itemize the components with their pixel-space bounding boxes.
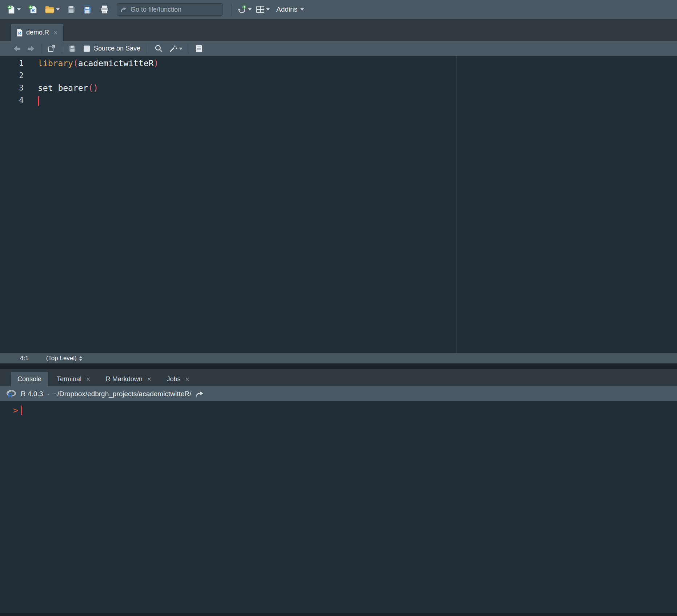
console-header: R R 4.0.3 · ~/Dropbox/edbrgh_projects/ac… (0, 386, 677, 401)
tab-demo-r[interactable]: R demo.R × (11, 24, 63, 41)
goto-arrow-icon (120, 6, 128, 13)
popout-icon (48, 45, 56, 52)
r-file-icon: R (16, 29, 23, 37)
open-directory-arrow-icon[interactable] (195, 391, 204, 397)
chevron-down-icon (56, 8, 60, 11)
console-output[interactable]: > (0, 401, 677, 616)
source-pane: R demo.R × (0, 19, 677, 363)
code-token: library (38, 59, 73, 68)
console-tab-bar: Console Terminal × R Markdown × Jobs × (0, 369, 677, 386)
editor-status-bar: 4:1 (Top Level) (0, 353, 677, 363)
r-version: R 4.0.3 (21, 390, 43, 398)
save-icon (67, 5, 76, 14)
new-file-icon (7, 5, 16, 14)
tab-label: R Markdown (106, 375, 143, 383)
new-project-button[interactable]: R (26, 4, 39, 15)
console-pane: Console Terminal × R Markdown × Jobs × R… (0, 369, 677, 616)
goto-file-input[interactable] (131, 6, 219, 13)
editor-toolbar: Source on Save (0, 41, 677, 56)
chevron-down-icon (17, 8, 21, 11)
line-number: 3 (0, 82, 28, 94)
console-prompt: > (13, 406, 18, 415)
open-new-window-button[interactable] (45, 44, 58, 53)
chevron-down-icon (300, 8, 304, 11)
code-line (38, 69, 677, 82)
code-token: ) (93, 83, 98, 93)
close-icon[interactable]: × (86, 375, 91, 383)
svg-text:R: R (18, 31, 21, 35)
save-icon (68, 45, 76, 53)
console-prompt-line: > (13, 404, 677, 416)
save-button[interactable] (65, 4, 77, 15)
main-toolbar: R (0, 0, 677, 19)
source-on-save-checkbox[interactable] (84, 45, 90, 52)
back-arrow-icon (13, 45, 21, 52)
save-all-icon (83, 5, 92, 14)
tab-jobs[interactable]: Jobs × (160, 372, 196, 386)
code-line: set_bearer() (38, 82, 677, 94)
open-file-button[interactable] (43, 4, 61, 15)
source-on-save-label: Source on Save (94, 45, 140, 52)
open-folder-icon (45, 5, 55, 13)
separator-dot: · (47, 390, 49, 398)
new-file-button[interactable] (5, 4, 23, 15)
tab-r-markdown[interactable]: R Markdown × (99, 372, 158, 386)
text-cursor (38, 96, 39, 106)
tab-label: Terminal (57, 375, 81, 383)
tab-terminal[interactable]: Terminal × (50, 372, 97, 386)
print-button[interactable] (98, 4, 111, 15)
working-directory[interactable]: ~/Dropbox/edbrgh_projects/academictwitte… (53, 390, 192, 398)
margin-guide-line (456, 56, 457, 353)
line-number: 1 (0, 57, 28, 69)
addins-button[interactable]: Addins (272, 4, 306, 15)
close-icon[interactable]: × (185, 375, 190, 383)
chevron-down-icon (179, 48, 183, 50)
panes-grid-icon (256, 5, 265, 13)
new-project-icon: R (28, 5, 37, 14)
back-button[interactable] (11, 44, 23, 53)
line-number: 4 (0, 94, 28, 106)
toolbar-divider (189, 44, 189, 53)
goto-file-box (117, 3, 223, 16)
version-control-icon (237, 5, 247, 14)
chevron-down-icon (248, 8, 252, 11)
code-line: library(academictwitteR) (38, 57, 677, 69)
tab-label: Console (17, 375, 41, 383)
close-icon[interactable]: × (53, 29, 58, 36)
code-token: ) (154, 59, 159, 68)
source-tab-bar: R demo.R × (0, 19, 677, 41)
forward-button[interactable] (25, 44, 37, 53)
magic-wand-icon (169, 45, 177, 53)
toolbar-divider (148, 44, 148, 53)
forward-arrow-icon (27, 45, 35, 52)
code-token: set_bearer (38, 83, 88, 93)
toolbar-divider (62, 44, 62, 53)
version-control-button[interactable] (236, 4, 253, 15)
notebook-icon (195, 44, 203, 53)
window-bottom-edge (0, 613, 677, 616)
toolbar-divider (232, 4, 232, 15)
code-tools-button[interactable] (167, 44, 185, 53)
code-token: academictwitteR (78, 59, 154, 68)
source-on-save-control[interactable]: Source on Save (84, 45, 140, 52)
scope-selector[interactable]: (Top Level) (46, 355, 82, 362)
tab-label: Jobs (167, 375, 180, 383)
line-number-gutter: 1 2 3 4 (0, 56, 28, 353)
find-replace-button[interactable] (152, 44, 165, 53)
save-source-button[interactable] (66, 44, 79, 53)
cursor-position: 4:1 (20, 355, 29, 362)
chevron-down-icon (266, 8, 270, 11)
scope-chevrons-icon (79, 356, 82, 361)
compile-report-button[interactable] (193, 44, 205, 54)
addins-label: Addins (276, 5, 297, 13)
line-number: 2 (0, 69, 28, 82)
magnifier-icon (155, 44, 163, 53)
workspace-panes-button[interactable] (254, 4, 272, 15)
save-all-button[interactable] (81, 4, 94, 15)
svg-text:R: R (32, 8, 35, 13)
code-editor[interactable]: 1 2 3 4 library(academictwitteR) set_bea… (0, 56, 677, 353)
pane-splitter[interactable] (0, 363, 677, 369)
tab-console[interactable]: Console (11, 372, 48, 386)
code-area[interactable]: library(academictwitteR) set_bearer() (28, 56, 677, 353)
close-icon[interactable]: × (147, 375, 152, 383)
